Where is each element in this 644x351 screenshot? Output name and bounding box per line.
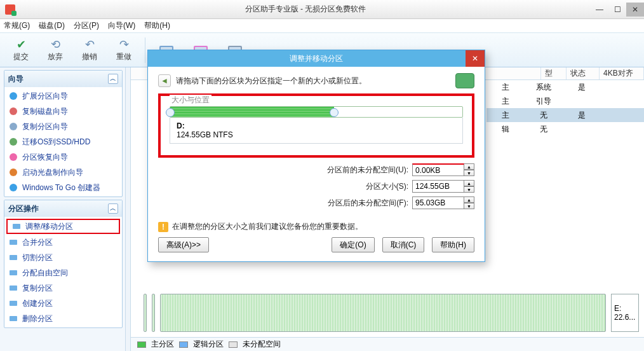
menu-wizard[interactable]: 向导(W) bbox=[108, 20, 135, 31]
refresh-icon: ⟲ bbox=[48, 38, 62, 52]
svg-point-4 bbox=[10, 153, 17, 161]
ops-item[interactable]: 删除分区 bbox=[4, 311, 122, 326]
svg-point-2 bbox=[10, 123, 17, 130]
commit-button[interactable]: ✔提交 bbox=[4, 35, 38, 65]
group-label: 大小与位置 bbox=[170, 95, 211, 106]
wizard-item[interactable]: 分区恢复向导 bbox=[4, 149, 122, 165]
spinner[interactable]: ▲▼ bbox=[464, 196, 474, 209]
resize-dialog: 调整并移动分区 ✕ ◄ 请拖动下面的分区块为分区指定一个新的大小或新位置。 大小… bbox=[147, 50, 485, 262]
close-button[interactable]: ✕ bbox=[626, 3, 644, 17]
svg-point-3 bbox=[10, 138, 17, 146]
legend: 主分区 逻辑分区 未分配空间 bbox=[131, 337, 644, 351]
th-status[interactable]: 状态 bbox=[567, 67, 600, 79]
svg-rect-9 bbox=[10, 255, 17, 260]
menu-help[interactable]: 帮助(H) bbox=[144, 20, 170, 31]
disk-seg[interactable] bbox=[144, 294, 147, 332]
app-icon bbox=[5, 4, 15, 15]
swatch-main bbox=[137, 341, 146, 348]
field-before: 分区前的未分配空间(U): ▲▼ bbox=[158, 162, 474, 178]
disk-seg[interactable] bbox=[160, 294, 606, 332]
ops-header[interactable]: 分区操作︿ bbox=[4, 200, 122, 217]
svg-rect-13 bbox=[10, 316, 17, 321]
disk-icon bbox=[455, 73, 474, 88]
size-input[interactable] bbox=[412, 180, 464, 193]
titlebar: 分区助手专业版 - 无损分区免费软件 — ☐ ✕ bbox=[0, 0, 644, 19]
wizard-item[interactable]: Windows To Go 创建器 bbox=[4, 180, 122, 195]
window-title: 分区助手专业版 - 无损分区免费软件 bbox=[20, 4, 591, 15]
wizard-item[interactable]: 复制磁盘向导 bbox=[4, 104, 122, 119]
item-icon bbox=[8, 121, 18, 132]
th-4kb[interactable]: 4KB对齐 bbox=[600, 67, 644, 79]
th-type[interactable]: 型 bbox=[541, 67, 567, 79]
advanced-button[interactable]: 高级(A)>> bbox=[158, 237, 209, 252]
maximize-button[interactable]: ☐ bbox=[608, 3, 626, 17]
undo-icon: ↶ bbox=[83, 38, 97, 52]
ops-item[interactable]: 合并分区 bbox=[4, 235, 122, 250]
svg-rect-11 bbox=[10, 286, 17, 291]
item-icon bbox=[8, 252, 18, 263]
svg-point-1 bbox=[10, 107, 17, 115]
menu-disk[interactable]: 磁盘(D) bbox=[39, 20, 65, 31]
splitter[interactable] bbox=[126, 67, 131, 351]
wizard-item[interactable]: 迁移OS到SSD/HDD bbox=[4, 134, 122, 149]
ok-button[interactable]: 确定(O) bbox=[332, 237, 374, 252]
spinner[interactable]: ▲▼ bbox=[464, 163, 474, 176]
spinner[interactable]: ▲▼ bbox=[464, 180, 474, 193]
undo-button[interactable]: ↶撤销 bbox=[72, 35, 107, 65]
partition-slider[interactable] bbox=[170, 106, 463, 118]
slider-handle-right[interactable] bbox=[330, 108, 339, 117]
dialog-instruction-row: ◄ 请拖动下面的分区块为分区指定一个新的大小或新位置。 bbox=[158, 73, 474, 88]
window-controls: — ☐ ✕ bbox=[591, 3, 644, 17]
menu-general[interactable]: 常规(G) bbox=[4, 20, 30, 31]
field-after: 分区后的未分配空间(F): ▲▼ bbox=[158, 195, 474, 211]
toolbar-separator bbox=[145, 38, 145, 63]
wizard-header[interactable]: 向导︿ bbox=[4, 71, 122, 87]
wizard-item[interactable]: 复制分区向导 bbox=[4, 119, 122, 134]
cancel-button[interactable]: 取消(C) bbox=[382, 237, 425, 252]
menu-partition[interactable]: 分区(P) bbox=[74, 20, 99, 31]
item-icon bbox=[8, 167, 18, 177]
dialog-body: ◄ 请拖动下面的分区块为分区指定一个新的大小或新位置。 大小与位置 D: 124… bbox=[148, 67, 485, 261]
svg-rect-8 bbox=[10, 240, 17, 245]
table-rows: 主系统是主引导主无是辑无 bbox=[486, 80, 644, 136]
collapse-icon[interactable]: ︿ bbox=[108, 74, 118, 84]
help-button[interactable]: 帮助(H) bbox=[432, 237, 474, 252]
ops-item[interactable]: 分配自由空间 bbox=[4, 265, 122, 280]
dialog-close-button[interactable]: ✕ bbox=[466, 50, 485, 67]
ops-item[interactable]: 创建分区 bbox=[4, 296, 122, 311]
table-row[interactable]: 主系统是 bbox=[486, 80, 644, 94]
item-icon bbox=[8, 298, 18, 308]
left-pane: 向导︿ 扩展分区向导复制磁盘向导复制分区向导迁移OS到SSD/HDD分区恢复向导… bbox=[0, 67, 126, 351]
before-input[interactable] bbox=[412, 163, 464, 176]
minimize-button[interactable]: — bbox=[591, 3, 608, 17]
collapse-icon[interactable]: ︿ bbox=[108, 203, 118, 214]
disk-seg[interactable] bbox=[152, 294, 155, 332]
redo-button[interactable]: ↷重做 bbox=[107, 35, 141, 65]
table-row[interactable]: 主无是 bbox=[486, 108, 644, 122]
wizard-item[interactable]: 启动光盘制作向导 bbox=[4, 165, 122, 180]
wizard-item[interactable]: 扩展分区向导 bbox=[4, 88, 122, 104]
table-row[interactable]: 辑无 bbox=[486, 122, 644, 136]
svg-point-6 bbox=[10, 184, 17, 191]
redo-icon: ↷ bbox=[117, 38, 131, 52]
after-input[interactable] bbox=[412, 196, 464, 209]
size-position-group: 大小与位置 D: 124.55GB NTFS bbox=[158, 93, 474, 158]
disk-label[interactable]: E:22.6... bbox=[611, 294, 639, 332]
table-row[interactable]: 主引导 bbox=[486, 94, 644, 108]
swatch-logic bbox=[179, 341, 188, 348]
ops-item[interactable]: 调整/移动分区 bbox=[6, 219, 120, 234]
ops-item[interactable]: 复制分区 bbox=[4, 280, 122, 296]
item-icon bbox=[8, 106, 18, 116]
item-icon bbox=[8, 182, 18, 193]
item-icon bbox=[8, 313, 18, 324]
svg-point-0 bbox=[10, 92, 17, 100]
wizard-panel: 向导︿ 扩展分区向导复制磁盘向导复制分区向导迁移OS到SSD/HDD分区恢复向导… bbox=[4, 70, 123, 197]
back-arrow-icon[interactable]: ◄ bbox=[158, 74, 171, 87]
dialog-title: 调整并移动分区 ✕ bbox=[148, 50, 485, 67]
item-icon bbox=[8, 137, 18, 147]
ops-item[interactable]: 切割分区 bbox=[4, 250, 122, 265]
field-size: 分区大小(S): ▲▼ bbox=[158, 178, 474, 195]
discard-button[interactable]: ⟲放弃 bbox=[38, 35, 72, 65]
slider-handle-left[interactable] bbox=[166, 108, 175, 117]
dialog-instruction: 请拖动下面的分区块为分区指定一个新的大小或新位置。 bbox=[176, 76, 450, 86]
